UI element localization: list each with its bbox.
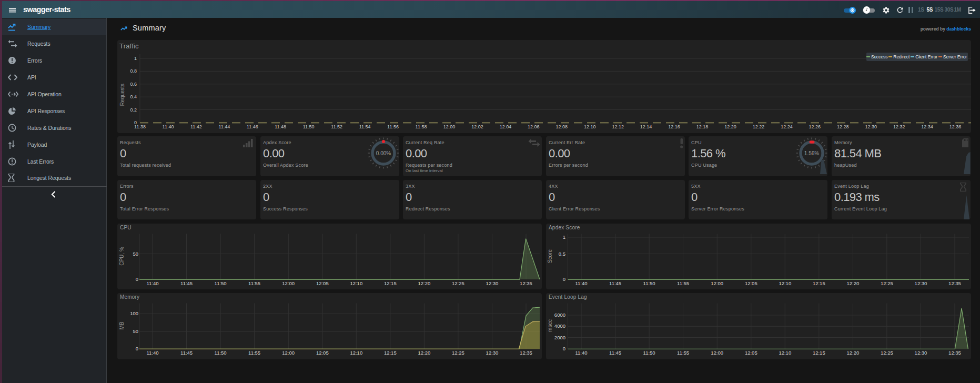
svg-text:11:45: 11:45: [180, 350, 193, 356]
svg-text:12:35: 12:35: [948, 350, 961, 356]
svg-text:12:15: 12:15: [384, 280, 397, 286]
svg-text:11:40: 11:40: [146, 350, 158, 356]
svg-text:0.00%: 0.00%: [376, 150, 391, 156]
svg-text:0: 0: [563, 346, 565, 351]
svg-text:12:25: 12:25: [881, 350, 893, 356]
svg-text:4000: 4000: [554, 323, 565, 329]
svg-text:0.8: 0.8: [130, 68, 137, 74]
svg-text:11:42: 11:42: [190, 124, 202, 129]
svg-text:11:58: 11:58: [416, 124, 427, 129]
svg-text:12:02: 12:02: [471, 124, 483, 129]
svg-text:11:56: 11:56: [387, 124, 399, 129]
svg-text:12:26: 12:26: [809, 124, 821, 129]
svg-text:12:00: 12:00: [711, 280, 723, 286]
svg-text:11:40: 11:40: [163, 124, 174, 129]
svg-text:0: 0: [136, 276, 138, 282]
svg-text:12:10: 12:10: [350, 350, 362, 356]
svg-text:12:15: 12:15: [813, 280, 825, 286]
svg-text:12:00: 12:00: [711, 350, 723, 356]
svg-text:11:40: 11:40: [575, 350, 587, 356]
svg-text:11:50: 11:50: [215, 280, 227, 286]
svg-text:0: 0: [136, 346, 138, 351]
svg-text:11:45: 11:45: [609, 280, 621, 286]
svg-text:12:06: 12:06: [528, 124, 540, 129]
svg-text:0.4: 0.4: [130, 94, 137, 99]
svg-text:11:45: 11:45: [180, 280, 193, 286]
svg-text:12:22: 12:22: [753, 124, 765, 129]
svg-text:12:20: 12:20: [724, 124, 736, 129]
svg-text:11:55: 11:55: [248, 280, 260, 286]
svg-text:11:38: 11:38: [134, 124, 146, 129]
svg-text:12:34: 12:34: [921, 124, 933, 129]
svg-text:12:30: 12:30: [865, 124, 877, 129]
svg-text:11:50: 11:50: [643, 280, 655, 286]
svg-text:12:08: 12:08: [556, 124, 568, 129]
svg-text:11:54: 11:54: [359, 124, 371, 129]
svg-text:12:25: 12:25: [452, 350, 464, 356]
svg-text:12:16: 12:16: [668, 124, 680, 129]
svg-text:50: 50: [133, 251, 138, 257]
svg-text:0.2: 0.2: [130, 107, 137, 113]
svg-text:12:05: 12:05: [745, 350, 757, 356]
svg-text:11:45: 11:45: [609, 350, 621, 356]
svg-text:11:48: 11:48: [275, 124, 286, 129]
svg-text:11:40: 11:40: [575, 280, 587, 286]
svg-text:12:05: 12:05: [316, 280, 329, 286]
svg-text:12:25: 12:25: [881, 280, 893, 286]
svg-text:12:25: 12:25: [452, 280, 464, 286]
svg-text:100: 100: [130, 310, 138, 316]
svg-text:2000: 2000: [554, 335, 565, 340]
svg-text:CPU, %: CPU, %: [119, 247, 125, 266]
svg-text:12:35: 12:35: [520, 350, 532, 356]
svg-text:11:55: 11:55: [677, 350, 689, 356]
svg-text:12:15: 12:15: [384, 350, 397, 356]
svg-text:12:00: 12:00: [282, 280, 295, 286]
svg-text:12:28: 12:28: [837, 124, 849, 129]
svg-text:12:30: 12:30: [915, 280, 927, 286]
svg-text:11:46: 11:46: [247, 124, 258, 129]
svg-text:11:44: 11:44: [218, 124, 230, 129]
svg-text:0: 0: [563, 276, 565, 282]
svg-text:12:20: 12:20: [847, 280, 860, 286]
svg-text:12:30: 12:30: [486, 280, 499, 286]
svg-text:12:10: 12:10: [584, 124, 596, 129]
svg-text:12:18: 12:18: [696, 124, 709, 129]
svg-text:12:20: 12:20: [418, 350, 431, 356]
svg-text:12:12: 12:12: [612, 124, 624, 129]
svg-text:6000: 6000: [554, 312, 565, 318]
svg-text:12:00: 12:00: [443, 124, 456, 129]
svg-text:11:50: 11:50: [215, 350, 227, 356]
svg-text:12:20: 12:20: [847, 350, 860, 356]
svg-text:12:05: 12:05: [745, 280, 757, 286]
svg-text:12:04: 12:04: [500, 124, 512, 129]
svg-text:1: 1: [563, 234, 565, 240]
svg-text:12:24: 12:24: [781, 124, 793, 129]
svg-text:0.5: 0.5: [559, 251, 565, 257]
svg-text:12:32: 12:32: [893, 124, 905, 129]
svg-text:50: 50: [133, 328, 138, 334]
svg-text:12:20: 12:20: [418, 280, 431, 286]
svg-text:11:55: 11:55: [248, 350, 260, 356]
svg-text:12:10: 12:10: [779, 280, 791, 286]
svg-text:1.56%: 1.56%: [804, 150, 819, 156]
svg-text:11:50: 11:50: [643, 350, 655, 356]
svg-text:12:15: 12:15: [813, 350, 825, 356]
svg-text:11:40: 11:40: [146, 280, 158, 286]
svg-text:MB: MB: [119, 321, 125, 329]
svg-text:Score: Score: [547, 249, 553, 264]
svg-text:msec: msec: [547, 319, 553, 332]
svg-text:12:10: 12:10: [350, 280, 362, 286]
svg-text:12:36: 12:36: [949, 124, 962, 129]
svg-text:11:50: 11:50: [303, 124, 315, 129]
svg-text:12:35: 12:35: [520, 280, 532, 286]
svg-text:12:30: 12:30: [915, 350, 927, 356]
svg-text:12:00: 12:00: [282, 350, 295, 356]
svg-text:12:05: 12:05: [316, 350, 329, 356]
svg-text:11:52: 11:52: [331, 124, 342, 129]
svg-text:0.6: 0.6: [130, 82, 137, 87]
svg-text:12:35: 12:35: [948, 280, 961, 286]
svg-text:Requests: Requests: [119, 84, 125, 106]
svg-text:1: 1: [134, 56, 137, 61]
svg-text:12:14: 12:14: [640, 124, 652, 129]
svg-text:12:30: 12:30: [486, 350, 499, 356]
